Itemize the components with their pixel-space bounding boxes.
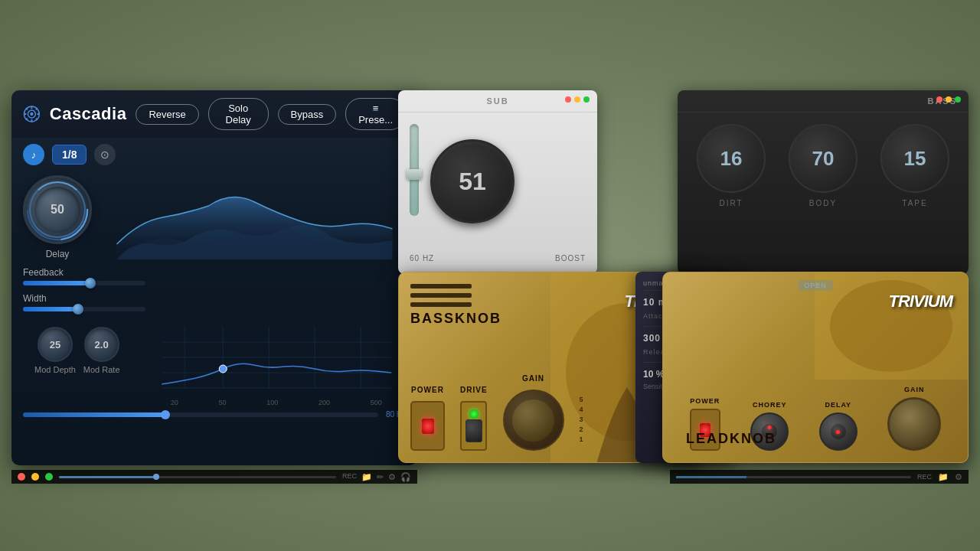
delay-knob[interactable]: 50 (23, 175, 92, 244)
cascadia-transport: REC 📁 ✏ ⚙ 🎧 (11, 470, 417, 484)
music-note-button[interactable]: ♪ (23, 144, 44, 165)
open-badge: OPEN (798, 280, 833, 291)
lead-gain-item: GAIN (887, 386, 941, 451)
bass-folder-icon[interactable]: 📁 (938, 472, 949, 482)
tape-knob[interactable]: 15 (880, 124, 949, 193)
freq-20: 20 (171, 399, 178, 406)
transport-icons: REC 📁 ✏ ⚙ 🎧 (342, 472, 411, 482)
tempo-button[interactable]: 1/8 (52, 145, 87, 165)
bass-settings-icon[interactable]: ⚙ (955, 472, 962, 482)
gain-knob-inner (512, 399, 554, 442)
preset-button[interactable]: ≡ Prese... (345, 98, 406, 130)
mod-rate-knob[interactable]: 2.0 (84, 327, 119, 362)
drive-label: DRIVE (460, 386, 488, 394)
pin-button[interactable]: ⊙ (94, 144, 116, 165)
drive-control: DRIVE (460, 386, 488, 451)
t-min[interactable] (31, 473, 39, 481)
close-dot[interactable] (565, 96, 571, 103)
waveform-svg (103, 175, 406, 259)
fader-track (410, 124, 419, 216)
svg-point-2 (30, 112, 33, 116)
delay-knob-container: 50 Delay (23, 175, 92, 259)
lead-delay-knob[interactable] (819, 412, 858, 451)
gain-knob[interactable] (503, 390, 564, 451)
dirt-label: DIRT (719, 199, 743, 207)
sub-plugin: SUB 51 60 HZ BOOST (398, 90, 597, 274)
bass-minimize-dot[interactable] (946, 96, 952, 103)
mod-depth-container: 25 Mod Depth (34, 327, 76, 374)
svg-point-22 (219, 365, 227, 373)
t-close[interactable] (18, 473, 25, 481)
drive-led (469, 409, 479, 419)
sub-freq-label: 60 HZ (410, 254, 434, 262)
sub-content: 51 (398, 112, 597, 250)
settings-icon[interactable]: ⚙ (388, 472, 396, 482)
cascadia-plugin: Cascadia Reverse Solo Delay Bypass ≡ Pre… (11, 90, 417, 465)
width-slider[interactable] (23, 307, 145, 311)
tape-knob-item: 15 TAPE (880, 124, 949, 207)
freq-50: 50 (219, 399, 227, 406)
rec-badge: REC (342, 472, 357, 482)
feedback-slider[interactable] (23, 281, 145, 285)
tick-3: 3 (580, 416, 583, 423)
bass-transport: REC 📁 ⚙ (670, 470, 969, 484)
sub-boost-knob-area: 51 (430, 139, 514, 223)
pencil-icon[interactable]: ✏ (377, 472, 384, 482)
chorey-led (768, 425, 772, 429)
progress-bar[interactable] (59, 476, 336, 478)
bypass-button[interactable]: Bypass (278, 104, 337, 125)
waveform-area (103, 175, 406, 259)
tick-1: 1 (580, 435, 583, 443)
freq-labels: 20 50 100 200 500 (147, 399, 406, 406)
mod-rate-container: 2.0 Mod Rate (83, 327, 120, 374)
lead-delay-label: DELAY (825, 401, 851, 409)
leadknob-title: LEADKNOB (686, 431, 776, 447)
power-led (422, 419, 434, 434)
sliders-section: Feedback Width (11, 267, 417, 327)
bass-progress[interactable] (676, 476, 911, 478)
cascadia-sub-header: ♪ 1/8 ⊙ (11, 138, 417, 171)
mod-depth-knob[interactable]: 25 (38, 327, 73, 362)
tick-2: 2 (580, 425, 583, 433)
gain-control: GAIN (503, 374, 564, 451)
position-slider[interactable] (23, 412, 378, 417)
lead-gain-label: GAIN (904, 386, 925, 393)
body-label: BODY (809, 199, 837, 207)
dirt-knob[interactable]: 16 (697, 124, 766, 193)
body-knob[interactable]: 70 (789, 124, 858, 193)
bassknob-title: BASSKNOB (410, 311, 501, 327)
folder-icon[interactable]: 📁 (361, 472, 372, 482)
lead-power-label: POWER (690, 397, 720, 405)
bassknob-line-3 (410, 302, 472, 307)
lead-gain-knob[interactable] (887, 397, 941, 451)
gain-ticks: 5 4 3 2 1 (580, 396, 583, 451)
trivium-text-right: TRIVIUM (889, 288, 952, 312)
drive-knob[interactable] (466, 419, 482, 442)
maximize-dot[interactable] (583, 96, 590, 103)
bass-maximize-dot[interactable] (955, 96, 961, 103)
sub-fader[interactable] (410, 124, 419, 239)
power-label: POWER (411, 386, 444, 394)
bass-rec-badge: REC (917, 473, 932, 481)
bass-window-dots (936, 96, 961, 103)
lead-gain-knob-face (890, 399, 939, 448)
lead-delay-item: DELAY (819, 401, 858, 451)
power-control: POWER (410, 386, 445, 451)
reverse-button[interactable]: Reverse (136, 104, 198, 125)
bass-close-dot[interactable] (936, 96, 942, 103)
minimize-dot[interactable] (574, 96, 580, 103)
progress-thumb (153, 474, 159, 480)
cascadia-logo (23, 102, 41, 126)
bass-header: BASS (678, 90, 969, 112)
bassknob-line-2 (410, 293, 472, 298)
freq-100: 100 (266, 399, 278, 406)
power-switch[interactable] (410, 401, 445, 451)
tick-4: 4 (580, 406, 583, 413)
boost-knob[interactable]: 51 (430, 139, 514, 223)
sub-labels: 60 HZ BOOST (398, 250, 597, 262)
solo-delay-button[interactable]: Solo Delay (208, 98, 269, 130)
drive-switch[interactable] (460, 401, 487, 451)
headphone-icon[interactable]: 🎧 (400, 472, 411, 482)
bottom-section: 25 Mod Depth 2.0 Mod Rate (11, 327, 417, 410)
t-max[interactable] (45, 473, 53, 481)
